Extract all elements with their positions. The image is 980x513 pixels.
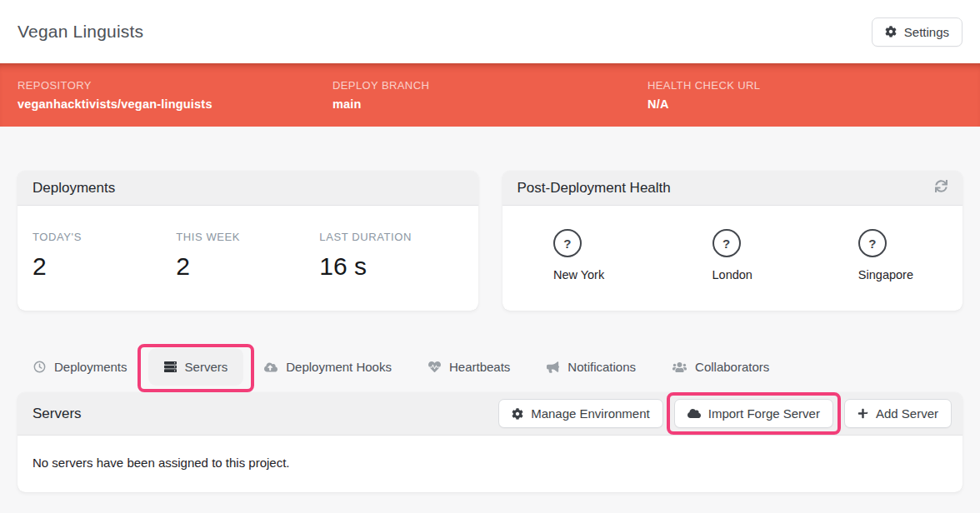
deployments-card: Deployments TODAY'S 2 THIS WEEK 2 LAST D… [18,171,478,311]
stat-this-week: THIS WEEK 2 [176,231,319,311]
stat-last-duration-label: LAST DURATION [319,231,462,243]
tab-servers-wrap: Servers [148,348,244,386]
tab-servers[interactable]: Servers [148,348,244,386]
stat-todays: TODAY'S 2 [32,231,176,311]
health-check-url-value: N/A [648,97,962,111]
health-check-url-label: HEALTH CHECK URL [648,79,962,92]
region-name: Singapore [858,268,913,281]
tab-deployment-hooks[interactable]: Deployment Hooks [248,348,408,386]
megaphone-icon [547,361,559,373]
settings-button-label: Settings [904,25,949,39]
repository-value: veganhacktivists/vegan-linguists [18,97,332,111]
deployments-card-title: Deployments [32,180,115,197]
cloud-upload-icon [264,361,278,373]
cloud-icon [688,408,701,419]
question-circle-icon: ? [712,229,741,257]
tab-label: Deployments [54,360,128,374]
empty-servers-message: No servers have been assigned to this pr… [32,456,948,470]
plus-icon [858,408,868,419]
add-server-button[interactable]: Add Server [844,399,952,428]
stat-this-week-label: THIS WEEK [176,231,319,243]
health-region-london: ? London [712,229,752,311]
users-icon [672,361,687,373]
project-info-banner: REPOSITORY veganhacktivists/vegan-lingui… [0,63,980,127]
deploy-branch-value: main [332,97,648,111]
stat-todays-label: TODAY'S [32,231,176,243]
servers-panel-actions: Manage Environment Import Forge Server [498,399,952,428]
import-forge-server-wrap: Import Forge Server [674,399,833,428]
deployments-card-header: Deployments [18,171,478,206]
servers-panel-body: No servers have been assigned to this pr… [18,436,962,492]
import-forge-server-button[interactable]: Import Forge Server [674,399,833,428]
tab-notifications[interactable]: Notifications [531,348,652,386]
repository-label: REPOSITORY [18,79,332,92]
manage-environment-button[interactable]: Manage Environment [498,399,663,428]
tab-label: Heartbeats [449,360,510,374]
import-forge-server-label: Import Forge Server [708,406,820,421]
question-circle-icon: ? [553,229,582,257]
app-header: Vegan Linguists Settings [0,0,980,63]
tab-label: Servers [185,360,228,374]
tab-collaborators[interactable]: Collaborators [657,348,785,386]
deployments-stats: TODAY'S 2 THIS WEEK 2 LAST DURATION 16 s [18,206,478,311]
health-card-title: Post-Deployment Health [518,180,671,197]
servers-panel: Servers Manage Environment Import Forge … [18,392,962,492]
refresh-icon[interactable] [935,180,948,197]
page-title: Vegan Linguists [18,22,143,42]
gear-icon [885,26,897,37]
stat-todays-value: 2 [32,252,176,281]
summary-cards-row: Deployments TODAY'S 2 THIS WEEK 2 LAST D… [18,171,962,311]
post-deployment-health-card: Post-Deployment Health ? New York ? Lond… [502,171,963,311]
health-check-url-field: HEALTH CHECK URL N/A [648,79,962,111]
servers-panel-title: Servers [32,406,82,422]
deploy-branch-label: DEPLOY BRANCH [332,79,648,92]
stat-this-week-value: 2 [176,252,319,281]
tab-heartbeats[interactable]: Heartbeats [412,348,526,386]
tab-label: Notifications [568,360,636,374]
question-circle-icon: ? [858,229,887,257]
health-region-new-york: ? New York [553,229,604,311]
clock-icon [33,361,46,373]
project-tabs: Deployments Servers Deployment Hooks Hea… [18,348,962,386]
server-icon [164,361,177,373]
manage-environment-label: Manage Environment [531,406,650,421]
settings-button[interactable]: Settings [872,17,962,47]
health-card-header: Post-Deployment Health [502,171,963,206]
deploy-branch-field: DEPLOY BRANCH main [332,79,648,111]
tab-deployments[interactable]: Deployments [18,348,143,386]
tab-label: Deployment Hooks [286,360,392,374]
stat-last-duration: LAST DURATION 16 s [319,231,462,311]
main-content: Deployments TODAY'S 2 THIS WEEK 2 LAST D… [0,171,980,492]
tab-label: Collaborators [695,360,769,374]
gear-icon [512,408,523,420]
add-server-label: Add Server [876,406,938,421]
health-region-singapore: ? Singapore [858,229,913,311]
stat-last-duration-value: 16 s [319,252,462,281]
health-regions: ? New York ? London ? Singapore [502,206,963,311]
servers-panel-header: Servers Manage Environment Import Forge … [18,392,962,436]
region-name: New York [553,268,604,281]
region-name: London [712,268,752,281]
repository-field: REPOSITORY veganhacktivists/vegan-lingui… [18,79,332,111]
heartbeat-icon [428,361,441,373]
